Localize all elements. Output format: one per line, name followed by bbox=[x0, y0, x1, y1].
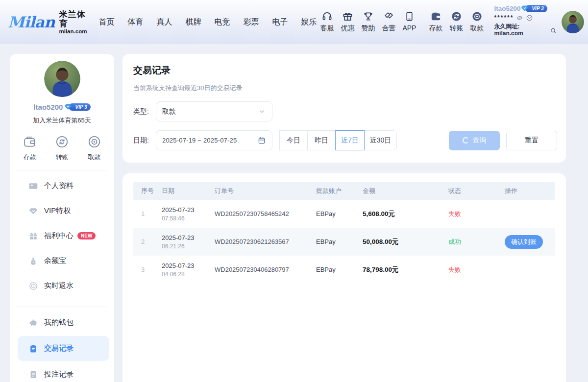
date-range-button[interactable]: 近30日 bbox=[364, 130, 397, 150]
sidebar-menu-item[interactable]: 实时返水 bbox=[10, 273, 114, 298]
reset-button[interactable]: 重置 bbox=[506, 131, 557, 150]
date-label: 日期: bbox=[133, 136, 156, 145]
menu-item-label: 余额宝 bbox=[44, 256, 66, 265]
sidebar-quick-action[interactable]: 存款 bbox=[23, 135, 37, 162]
header-wallet-link[interactable]: 取款 bbox=[466, 11, 487, 33]
brand-logo-script: Milan bbox=[8, 13, 56, 31]
cell-status: 成功 bbox=[448, 238, 505, 246]
date-range-button[interactable]: 近7日 bbox=[335, 130, 365, 150]
sidebar-menu-item[interactable]: 福利中心 NEW bbox=[10, 223, 114, 248]
type-select-value: 取款 bbox=[162, 107, 176, 116]
content: ltao5200 VIP 3 加入米兰体育第65天 存款 bbox=[0, 44, 588, 382]
user-avatar[interactable] bbox=[562, 11, 584, 33]
sidebar-menu-item[interactable]: 个人资料 bbox=[10, 173, 114, 198]
nav-item[interactable]: 娱乐 bbox=[301, 17, 317, 27]
sidebar-vip-label: VIP 3 bbox=[75, 104, 87, 110]
cell-withdraw-account: EBPay bbox=[316, 266, 363, 273]
nav-item[interactable]: 棋牌 bbox=[185, 17, 201, 27]
query-button[interactable]: 查询 bbox=[449, 131, 500, 150]
sidebar-menu-item[interactable]: 余额宝 bbox=[10, 248, 114, 273]
search-icon[interactable] bbox=[550, 27, 557, 34]
menu-item-label: 福利中心 bbox=[44, 231, 74, 240]
eye-off-icon[interactable] bbox=[516, 14, 523, 22]
header-quick-link[interactable]: 赞助 bbox=[358, 11, 378, 33]
vip-diamond-icon bbox=[521, 4, 530, 13]
brand-logo[interactable]: Milan 米兰体育 milan.com bbox=[8, 10, 87, 35]
quick-link-icon bbox=[317, 11, 337, 22]
sidebar-username: ltao5200 bbox=[33, 103, 63, 111]
menu-item-icon bbox=[28, 370, 44, 380]
nav-item[interactable]: 电竞 bbox=[214, 17, 230, 27]
date-quick-ranges: 今日 昨日 近7日 近30日 bbox=[280, 130, 397, 150]
nav-item[interactable]: 电子 bbox=[272, 17, 288, 27]
sidebar: ltao5200 VIP 3 加入米兰体育第65天 存款 bbox=[10, 54, 114, 382]
date-range-button[interactable]: 今日 bbox=[279, 130, 308, 150]
nav-item[interactable]: 首页 bbox=[98, 17, 114, 27]
cell-order-number: WD202507230758465242 bbox=[215, 210, 316, 217]
cell-amount: 50,008.00元 bbox=[363, 238, 448, 246]
filter-actions: 查询 重置 bbox=[449, 131, 557, 150]
sidebar-menu-primary: 个人资料 VIP特权 福利中心 NEW bbox=[10, 170, 114, 298]
sidebar-menu-item[interactable]: 投注记录 bbox=[10, 362, 114, 382]
table-row: 2 2025-07-23 06:21:26 WD2025072306212635… bbox=[133, 228, 555, 256]
sidebar-menu-item[interactable]: VIP特权 bbox=[10, 198, 114, 223]
cell-action: 确认到账 bbox=[505, 235, 547, 249]
menu-item-icon bbox=[28, 206, 44, 216]
table-column-header: 提款账户 bbox=[316, 187, 363, 195]
chevron-down-icon bbox=[258, 107, 266, 116]
cell-date-day: 2025-07-23 bbox=[162, 234, 215, 241]
table-column-header: 订单号 bbox=[215, 187, 316, 195]
cell-status: 失败 bbox=[448, 210, 505, 218]
header-quick-link[interactable]: 合营 bbox=[378, 11, 399, 33]
menu-item-label: 交易记录 bbox=[44, 344, 74, 353]
type-label: 类型: bbox=[133, 107, 156, 116]
date-range-value: 2025-07-19 ~ 2025-07-25 bbox=[162, 137, 237, 144]
cell-index: 3 bbox=[141, 266, 162, 273]
brand-name-cn: 米兰体育 bbox=[59, 10, 87, 28]
cell-withdraw-account: EBPay bbox=[316, 210, 363, 217]
menu-item-label: 投注记录 bbox=[44, 370, 74, 379]
menu-item-icon bbox=[28, 256, 44, 266]
sidebar-avatar[interactable] bbox=[44, 61, 80, 97]
page-subtitle: 当前系统支持查询最近30日的交易记录 bbox=[133, 84, 557, 93]
quick-link-icon bbox=[337, 11, 358, 22]
cell-date: 2025-07-23 07:58:46 bbox=[162, 206, 215, 222]
sidebar-quick-action[interactable]: 转账 bbox=[55, 135, 69, 162]
header-user-info: ltao5200 VIP 3 ****** 永久网址: milan.com bbox=[494, 5, 557, 39]
table-column-header: 操作 bbox=[505, 187, 547, 195]
sidebar-menu-wallet: 我的钱包 交易记录 投注记录 bbox=[10, 307, 114, 382]
quick-action-label: 存款 bbox=[24, 153, 36, 162]
quick-link-icon bbox=[358, 11, 378, 22]
header-wallet-link[interactable]: 转账 bbox=[446, 11, 466, 33]
cell-date: 2025-07-23 06:21:26 bbox=[162, 234, 215, 250]
page-title: 交易记录 bbox=[133, 64, 557, 77]
cell-amount: 78,798.00元 bbox=[363, 265, 448, 274]
wallet-link-icon bbox=[466, 11, 487, 22]
sidebar-menu-item[interactable]: 我的钱包 bbox=[10, 310, 114, 335]
date-range-button[interactable]: 昨日 bbox=[307, 130, 336, 150]
main-nav: 首页 体育 真人 棋牌 电竞 彩票 电子 娱乐 bbox=[98, 17, 317, 27]
cell-date: 2025-07-23 04:06:28 bbox=[162, 262, 215, 278]
confirm-arrival-button[interactable]: 确认到账 bbox=[505, 235, 543, 249]
vip-badge: VIP 3 bbox=[525, 5, 547, 12]
header-wallet-links: 存款 转账 取款 bbox=[425, 11, 487, 33]
nav-item[interactable]: 彩票 bbox=[243, 17, 259, 27]
header-quick-link[interactable]: 客服 bbox=[317, 11, 337, 33]
sidebar-menu-item[interactable]: 交易记录 bbox=[18, 336, 109, 361]
menu-item-icon bbox=[28, 344, 44, 354]
cell-date-day: 2025-07-23 bbox=[162, 262, 215, 269]
sidebar-quick-action[interactable]: 取款 bbox=[87, 135, 101, 162]
type-select[interactable]: 取款 bbox=[156, 101, 272, 121]
header-quick-link[interactable]: 优惠 bbox=[337, 11, 358, 33]
nav-item[interactable]: 体育 bbox=[127, 17, 143, 27]
header-wallet-link[interactable]: 存款 bbox=[425, 11, 446, 33]
menu-item-icon bbox=[28, 318, 44, 328]
header-quick-link[interactable]: APP bbox=[399, 11, 419, 33]
cell-date-time: 04:06:28 bbox=[162, 271, 215, 278]
date-range-input[interactable]: 2025-07-19 ~ 2025-07-25 bbox=[156, 130, 272, 150]
chevron-circle-icon[interactable] bbox=[526, 14, 533, 22]
quick-action-icon bbox=[87, 135, 101, 149]
nav-item[interactable]: 真人 bbox=[156, 17, 172, 27]
table-header: 序号 日期 订单号 提款账户 金额 状态 操作 bbox=[133, 182, 555, 200]
quick-link-icon bbox=[378, 11, 399, 22]
